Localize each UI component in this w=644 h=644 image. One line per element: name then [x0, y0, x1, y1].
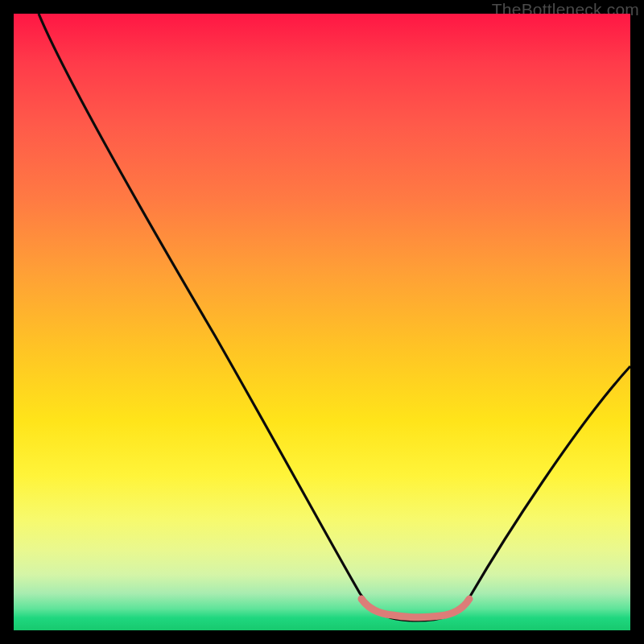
highlight-band: [361, 599, 469, 617]
plot-area: [14, 14, 630, 630]
bottleneck-curve: [14, 14, 630, 630]
curve-path: [39, 14, 630, 621]
chart-frame: TheBottleneck.com: [0, 0, 644, 644]
